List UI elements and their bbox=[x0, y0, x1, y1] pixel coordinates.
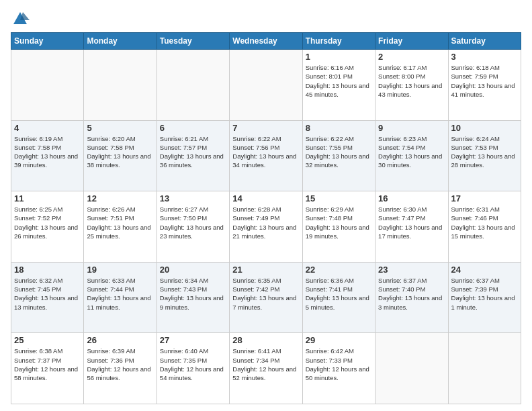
day-info: Sunrise: 6:27 AM Sunset: 7:50 PM Dayligh… bbox=[160, 205, 226, 240]
calendar-cell: 11Sunrise: 6:25 AM Sunset: 7:52 PM Dayli… bbox=[11, 191, 84, 263]
day-number: 9 bbox=[378, 123, 445, 133]
calendar-cell: 1Sunrise: 6:16 AM Sunset: 8:01 PM Daylig… bbox=[302, 50, 375, 121]
week-row-4: 18Sunrise: 6:32 AM Sunset: 7:45 PM Dayli… bbox=[11, 262, 521, 333]
day-info: Sunrise: 6:29 AM Sunset: 7:48 PM Dayligh… bbox=[306, 205, 372, 240]
header bbox=[11, 7, 521, 28]
day-info: Sunrise: 6:28 AM Sunset: 7:49 PM Dayligh… bbox=[232, 205, 299, 240]
day-info: Sunrise: 6:41 AM Sunset: 7:34 PM Dayligh… bbox=[232, 347, 299, 382]
day-number: 27 bbox=[160, 335, 226, 345]
calendar-cell bbox=[84, 50, 157, 121]
day-info: Sunrise: 6:30 AM Sunset: 7:47 PM Dayligh… bbox=[378, 205, 445, 240]
day-info: Sunrise: 6:37 AM Sunset: 7:40 PM Dayligh… bbox=[378, 276, 445, 312]
calendar-cell: 26Sunrise: 6:39 AM Sunset: 7:36 PM Dayli… bbox=[84, 333, 157, 404]
week-row-5: 25Sunrise: 6:38 AM Sunset: 7:37 PM Dayli… bbox=[11, 333, 521, 404]
day-info: Sunrise: 6:31 AM Sunset: 7:46 PM Dayligh… bbox=[451, 205, 518, 240]
week-row-3: 11Sunrise: 6:25 AM Sunset: 7:52 PM Dayli… bbox=[11, 191, 521, 263]
calendar-cell: 6Sunrise: 6:21 AM Sunset: 7:57 PM Daylig… bbox=[157, 120, 229, 191]
calendar-cell: 7Sunrise: 6:22 AM Sunset: 7:56 PM Daylig… bbox=[230, 120, 302, 191]
day-number: 25 bbox=[14, 335, 81, 345]
day-info: Sunrise: 6:34 AM Sunset: 7:43 PM Dayligh… bbox=[160, 276, 226, 312]
calendar-cell: 15Sunrise: 6:29 AM Sunset: 7:48 PM Dayli… bbox=[302, 191, 375, 263]
day-number: 8 bbox=[306, 123, 372, 133]
calendar-cell bbox=[375, 333, 448, 404]
day-info: Sunrise: 6:23 AM Sunset: 7:54 PM Dayligh… bbox=[378, 134, 445, 170]
day-number: 26 bbox=[87, 335, 153, 345]
day-info: Sunrise: 6:42 AM Sunset: 7:33 PM Dayligh… bbox=[306, 347, 372, 382]
day-header-thursday: Thursday bbox=[302, 33, 375, 50]
day-number: 20 bbox=[160, 265, 226, 275]
calendar-cell bbox=[157, 50, 229, 121]
day-info: Sunrise: 6:26 AM Sunset: 7:51 PM Dayligh… bbox=[87, 205, 153, 240]
day-info: Sunrise: 6:32 AM Sunset: 7:45 PM Dayligh… bbox=[14, 276, 81, 312]
page: SundayMondayTuesdayWednesdayThursdayFrid… bbox=[0, 0, 532, 411]
calendar-cell: 4Sunrise: 6:19 AM Sunset: 7:58 PM Daylig… bbox=[11, 120, 84, 191]
day-number: 14 bbox=[232, 193, 299, 203]
day-header-wednesday: Wednesday bbox=[230, 33, 302, 50]
day-info: Sunrise: 6:33 AM Sunset: 7:44 PM Dayligh… bbox=[87, 276, 153, 312]
calendar-cell: 5Sunrise: 6:20 AM Sunset: 7:58 PM Daylig… bbox=[84, 120, 157, 191]
day-info: Sunrise: 6:17 AM Sunset: 8:00 PM Dayligh… bbox=[378, 63, 445, 99]
calendar-cell: 8Sunrise: 6:22 AM Sunset: 7:55 PM Daylig… bbox=[302, 120, 375, 191]
calendar-cell bbox=[230, 50, 302, 121]
day-header-tuesday: Tuesday bbox=[157, 33, 229, 50]
calendar-cell: 27Sunrise: 6:40 AM Sunset: 7:35 PM Dayli… bbox=[157, 333, 229, 404]
svg-marker-1 bbox=[20, 12, 30, 20]
day-info: Sunrise: 6:40 AM Sunset: 7:35 PM Dayligh… bbox=[160, 347, 226, 382]
day-number: 18 bbox=[14, 265, 81, 275]
calendar-body: 1Sunrise: 6:16 AM Sunset: 8:01 PM Daylig… bbox=[11, 50, 521, 404]
day-number: 19 bbox=[87, 265, 153, 275]
calendar-cell bbox=[11, 50, 84, 121]
day-info: Sunrise: 6:19 AM Sunset: 7:58 PM Dayligh… bbox=[14, 134, 81, 170]
day-number: 13 bbox=[160, 193, 226, 203]
day-number: 16 bbox=[378, 193, 445, 203]
calendar-cell: 21Sunrise: 6:35 AM Sunset: 7:42 PM Dayli… bbox=[230, 262, 302, 333]
day-number: 12 bbox=[87, 193, 153, 203]
day-info: Sunrise: 6:35 AM Sunset: 7:42 PM Dayligh… bbox=[232, 276, 299, 312]
week-row-2: 4Sunrise: 6:19 AM Sunset: 7:58 PM Daylig… bbox=[11, 120, 521, 191]
calendar-cell: 9Sunrise: 6:23 AM Sunset: 7:54 PM Daylig… bbox=[375, 120, 448, 191]
calendar-cell: 13Sunrise: 6:27 AM Sunset: 7:50 PM Dayli… bbox=[157, 191, 229, 263]
day-number: 24 bbox=[451, 265, 518, 275]
day-header-monday: Monday bbox=[84, 33, 157, 50]
calendar-cell: 20Sunrise: 6:34 AM Sunset: 7:43 PM Dayli… bbox=[157, 262, 229, 333]
calendar-cell: 14Sunrise: 6:28 AM Sunset: 7:49 PM Dayli… bbox=[230, 191, 302, 263]
calendar-cell: 23Sunrise: 6:37 AM Sunset: 7:40 PM Dayli… bbox=[375, 262, 448, 333]
logo bbox=[11, 9, 32, 28]
day-info: Sunrise: 6:22 AM Sunset: 7:55 PM Dayligh… bbox=[306, 134, 372, 170]
calendar-cell: 3Sunrise: 6:18 AM Sunset: 7:59 PM Daylig… bbox=[448, 50, 521, 121]
day-number: 22 bbox=[306, 265, 372, 275]
day-info: Sunrise: 6:18 AM Sunset: 7:59 PM Dayligh… bbox=[451, 63, 518, 99]
day-info: Sunrise: 6:21 AM Sunset: 7:57 PM Dayligh… bbox=[160, 134, 226, 170]
day-number: 21 bbox=[232, 265, 299, 275]
calendar-cell: 22Sunrise: 6:36 AM Sunset: 7:41 PM Dayli… bbox=[302, 262, 375, 333]
day-info: Sunrise: 6:39 AM Sunset: 7:36 PM Dayligh… bbox=[87, 347, 153, 382]
day-info: Sunrise: 6:25 AM Sunset: 7:52 PM Dayligh… bbox=[14, 205, 81, 240]
day-number: 11 bbox=[14, 193, 81, 203]
calendar-cell: 12Sunrise: 6:26 AM Sunset: 7:51 PM Dayli… bbox=[84, 191, 157, 263]
calendar-cell: 19Sunrise: 6:33 AM Sunset: 7:44 PM Dayli… bbox=[84, 262, 157, 333]
day-info: Sunrise: 6:22 AM Sunset: 7:56 PM Dayligh… bbox=[232, 134, 299, 170]
day-number: 29 bbox=[306, 335, 372, 345]
day-number: 17 bbox=[451, 193, 518, 203]
logo-icon bbox=[11, 9, 30, 28]
day-info: Sunrise: 6:38 AM Sunset: 7:37 PM Dayligh… bbox=[14, 347, 81, 382]
day-number: 4 bbox=[14, 123, 81, 133]
calendar-header: SundayMondayTuesdayWednesdayThursdayFrid… bbox=[11, 33, 521, 50]
calendar-cell: 10Sunrise: 6:24 AM Sunset: 7:53 PM Dayli… bbox=[448, 120, 521, 191]
day-info: Sunrise: 6:24 AM Sunset: 7:53 PM Dayligh… bbox=[451, 134, 518, 170]
day-info: Sunrise: 6:37 AM Sunset: 7:39 PM Dayligh… bbox=[451, 276, 518, 312]
day-number: 2 bbox=[378, 52, 445, 62]
calendar-cell: 24Sunrise: 6:37 AM Sunset: 7:39 PM Dayli… bbox=[448, 262, 521, 333]
calendar-cell: 18Sunrise: 6:32 AM Sunset: 7:45 PM Dayli… bbox=[11, 262, 84, 333]
day-number: 5 bbox=[87, 123, 153, 133]
calendar: SundayMondayTuesdayWednesdayThursdayFrid… bbox=[11, 32, 521, 404]
day-header-sunday: Sunday bbox=[11, 33, 84, 50]
day-number: 7 bbox=[232, 123, 299, 133]
day-number: 10 bbox=[451, 123, 518, 133]
calendar-cell: 17Sunrise: 6:31 AM Sunset: 7:46 PM Dayli… bbox=[448, 191, 521, 263]
calendar-cell: 16Sunrise: 6:30 AM Sunset: 7:47 PM Dayli… bbox=[375, 191, 448, 263]
calendar-cell: 28Sunrise: 6:41 AM Sunset: 7:34 PM Dayli… bbox=[230, 333, 302, 404]
day-header-friday: Friday bbox=[375, 33, 448, 50]
week-row-1: 1Sunrise: 6:16 AM Sunset: 8:01 PM Daylig… bbox=[11, 50, 521, 121]
day-number: 3 bbox=[451, 52, 518, 62]
